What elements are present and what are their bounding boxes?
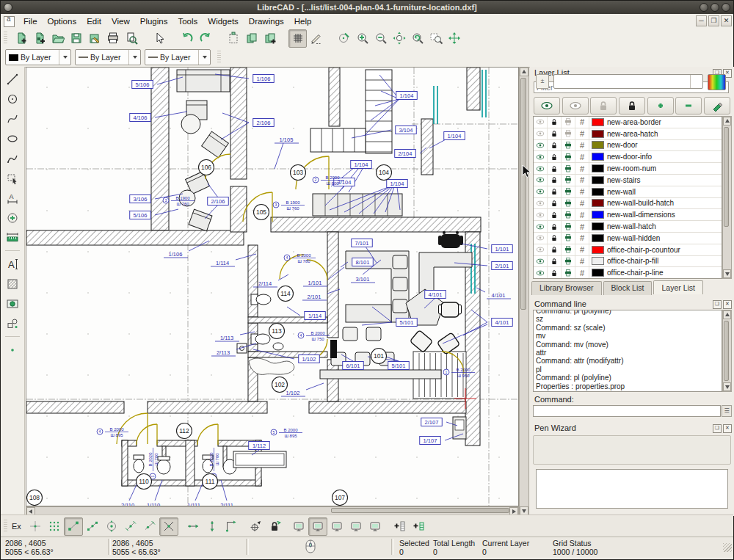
layer-name[interactable]: new-area-border <box>607 118 661 126</box>
layer-print-icon[interactable] <box>562 198 575 209</box>
menu-item-file[interactable]: File <box>18 15 43 27</box>
layer-row[interactable]: #new-door <box>534 140 722 152</box>
layer-lock-icon[interactable] <box>548 151 562 162</box>
hide-all-layers-button[interactable] <box>562 97 589 114</box>
layer-print-icon[interactable] <box>562 221 575 232</box>
set-relative-zero-button[interactable] <box>246 517 265 536</box>
layer-lock-icon[interactable] <box>548 163 562 174</box>
zoom-pan-button[interactable] <box>445 29 463 48</box>
snap-free-button[interactable] <box>26 517 45 536</box>
tab-block-list[interactable]: Block List <box>603 281 653 295</box>
restore-button[interactable]: ❐ <box>708 15 719 26</box>
restrict-vertical-button[interactable] <box>203 517 222 536</box>
layer-color-swatch[interactable] <box>592 153 604 161</box>
unlock-all-layers-button[interactable] <box>590 97 617 114</box>
layer-row[interactable]: #office-chair-p-line <box>534 267 722 279</box>
layer-print-icon[interactable] <box>562 233 575 244</box>
lock-all-layers-button[interactable] <box>619 97 645 114</box>
layer-color-swatch[interactable] <box>592 118 604 126</box>
statusbar-widget-3-button[interactable] <box>327 517 346 536</box>
layer-color-swatch[interactable] <box>592 188 604 196</box>
restrict-orthogonal-button[interactable] <box>222 517 241 536</box>
layer-color-swatch[interactable] <box>592 246 604 254</box>
layer-visibility-icon[interactable] <box>534 233 548 244</box>
scroll-thumb[interactable] <box>724 127 729 227</box>
layer-visibility-icon[interactable] <box>534 244 548 255</box>
layer-print-icon[interactable] <box>562 256 575 267</box>
layer-visibility-icon[interactable] <box>534 267 548 278</box>
layer-row[interactable]: #new-wall-build-hatch <box>534 198 722 210</box>
statusbar-widget-4-button[interactable] <box>346 517 366 536</box>
minimize-button[interactable]: ─ <box>696 15 707 26</box>
layer-visibility-icon[interactable] <box>534 151 548 162</box>
layer-lock-icon[interactable] <box>548 198 562 209</box>
insert-y-coordinate-button[interactable] <box>409 517 428 536</box>
layer-color-swatch[interactable] <box>592 130 604 138</box>
scroll-thumb[interactable] <box>331 508 509 513</box>
new-drawing-button[interactable] <box>12 29 30 48</box>
statusbar-widget-5-button[interactable] <box>366 517 385 536</box>
layer-lock-icon[interactable] <box>548 221 562 232</box>
open-button[interactable] <box>48 29 67 48</box>
chevron-down-icon[interactable] <box>198 50 210 65</box>
menu-item-drawings[interactable]: Drawings <box>244 15 289 27</box>
layer-construction-icon[interactable]: # <box>575 175 589 186</box>
layer-color-swatch[interactable] <box>592 257 604 265</box>
layer-visibility-icon[interactable] <box>534 221 548 232</box>
layer-row[interactable]: #new-wall-dimensions <box>534 209 722 221</box>
layer-row[interactable]: #new-door-info <box>534 151 722 163</box>
menu-item-edit[interactable]: Edit <box>81 15 106 27</box>
toolbar-handle[interactable] <box>217 51 221 64</box>
modify-layer-button[interactable] <box>704 97 730 114</box>
pen-wizard-list[interactable] <box>536 469 728 509</box>
toolbar-handle[interactable] <box>4 520 7 533</box>
draft-mode-button[interactable] <box>307 29 325 48</box>
text-tool-button[interactable]: A <box>4 255 22 273</box>
layer-construction-icon[interactable]: # <box>575 244 589 255</box>
layer-row[interactable]: #office-chair-p-fill <box>534 256 722 268</box>
layer-color-swatch[interactable] <box>592 141 604 149</box>
layer-name[interactable]: new-wall-build-hatch <box>607 199 674 207</box>
point-tool-button[interactable] <box>4 341 22 359</box>
redraw-button[interactable] <box>335 29 353 48</box>
layer-lock-icon[interactable] <box>548 256 562 267</box>
close-panel-icon[interactable]: ✕ <box>723 424 732 433</box>
layer-row[interactable]: #new-stairs <box>534 175 722 186</box>
select-pointer-button[interactable] <box>150 29 168 48</box>
line-tool-button[interactable] <box>4 70 22 88</box>
scroll-arrow-icon[interactable] <box>723 310 731 319</box>
layer-print-icon[interactable] <box>562 140 575 151</box>
layer-color-swatch[interactable] <box>592 211 604 219</box>
redo-button[interactable] <box>196 29 214 48</box>
pen-wizard-color-button[interactable] <box>708 74 726 90</box>
lock-relative-zero-button[interactable] <box>265 517 284 536</box>
layer-row[interactable]: #new-wall-hatch <box>534 221 722 233</box>
layer-visibility-icon[interactable] <box>534 117 548 128</box>
print-preview-button[interactable] <box>122 29 140 48</box>
select-tool-button[interactable] <box>4 169 22 187</box>
layer-print-icon[interactable] <box>562 267 575 278</box>
layer-row[interactable]: #new-wall <box>534 186 722 198</box>
layer-name[interactable]: new-wall <box>607 188 636 196</box>
layer-color-swatch[interactable] <box>592 176 604 184</box>
minimize-circle-button[interactable] <box>700 3 708 12</box>
layer-name[interactable]: new-wall-hatch <box>607 222 656 230</box>
spline-tool-button[interactable] <box>4 109 22 128</box>
layer-lock-icon[interactable] <box>548 140 562 151</box>
statusbar-widget-1-button[interactable] <box>289 517 308 536</box>
layer-row[interactable]: #new-area-hatch <box>534 128 722 140</box>
layer-color-swatch[interactable] <box>592 164 604 172</box>
layer-lock-icon[interactable] <box>548 267 562 278</box>
layer-name[interactable]: office-chair-p-fill <box>607 257 658 265</box>
layer-visibility-icon[interactable] <box>534 198 548 209</box>
save-as-button[interactable] <box>85 29 103 48</box>
layer-construction-icon[interactable]: # <box>575 128 589 139</box>
layer-row[interactable]: #office-chair-p-countour <box>534 244 722 256</box>
layer-row[interactable]: #new-room-num <box>534 163 722 175</box>
scroll-arrow-icon[interactable] <box>723 117 731 126</box>
layer-list-scrollbar[interactable] <box>722 116 732 279</box>
float-panel-icon[interactable]: ❏ <box>713 300 722 309</box>
measure-tool-button[interactable] <box>4 228 22 247</box>
circle-tool-button[interactable] <box>4 90 22 108</box>
layer-construction-icon[interactable]: # <box>575 221 589 232</box>
